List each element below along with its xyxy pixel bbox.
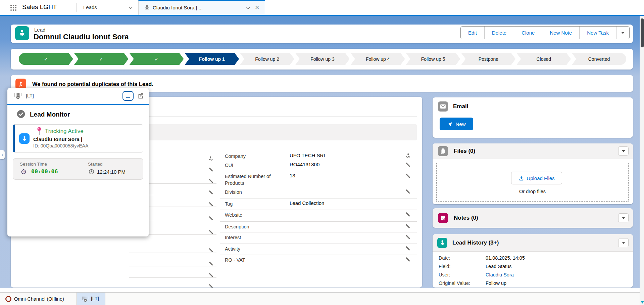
check-icon: ✓ <box>99 56 103 62</box>
path-stage-complete-2[interactable]: ✓ <box>74 53 129 65</box>
app-name: Sales LGHT <box>22 3 57 11</box>
pencil-icon[interactable] <box>208 189 214 195</box>
pencil-icon[interactable] <box>405 223 411 229</box>
detail-right-column: CompanyUFO TECH SRLCUIRO44131300Estimate… <box>220 151 417 267</box>
record-tab-close-icon[interactable]: × <box>255 3 259 11</box>
lt-utility-item[interactable]: [LT] <box>77 293 105 305</box>
pencil-icon[interactable] <box>208 229 214 235</box>
path-stage-follow-up-3[interactable]: Follow up 3 <box>295 53 350 65</box>
caret-down-icon <box>621 32 625 34</box>
person-edit-icon[interactable] <box>208 156 214 161</box>
field-label: Division <box>225 189 277 195</box>
path-stage-closed[interactable]: Closed <box>516 53 571 65</box>
pencil-icon[interactable] <box>208 178 214 184</box>
app-launcher-icon[interactable] <box>9 4 17 12</box>
delete-button[interactable]: Delete <box>485 27 514 39</box>
pencil-icon[interactable] <box>405 211 411 217</box>
pencil-icon[interactable] <box>405 188 411 194</box>
scrollbar-thumb[interactable] <box>641 18 644 47</box>
tracking-card: Tracking Active Claudiu Ionut Sora | ID:… <box>13 124 143 152</box>
pencil-icon[interactable] <box>208 272 214 278</box>
path-stage-follow-up-2[interactable]: Follow up 2 <box>240 53 294 65</box>
notes-card-title: Notes (0) <box>454 215 478 221</box>
history-label: User: <box>439 272 450 277</box>
path-stage-complete-1[interactable]: ✓ <box>19 53 73 65</box>
lead-history-dropdown-button[interactable] <box>618 238 629 247</box>
edit-button[interactable]: Edit <box>461 27 485 39</box>
lead-record-icon <box>144 4 150 11</box>
field-value: Lead Collection <box>290 200 324 206</box>
new-task-button[interactable]: New Task <box>580 27 616 39</box>
session-card: Session Time 00:00:06 Started 12:24:10 P… <box>13 158 143 180</box>
email-icon <box>438 101 448 112</box>
field-label: RO - VAT <box>225 257 277 263</box>
path-stage-complete-3[interactable]: ✓ <box>130 53 184 65</box>
nav-tab-leads[interactable]: Leads <box>83 4 97 10</box>
record-tab-chevron-down-icon[interactable] <box>245 5 251 11</box>
path-stage-postpone[interactable]: Postpone <box>461 53 516 65</box>
field-label: Website <box>225 212 277 218</box>
upload-files-button[interactable]: Upload Files <box>511 172 562 184</box>
pencil-icon[interactable] <box>405 245 411 251</box>
utility-bar: Omni-Channel (Offline) [LT] <box>0 292 644 305</box>
files-card: Files (0) Upload Files Or drop files <box>433 143 633 204</box>
pencil-icon[interactable] <box>208 261 214 266</box>
path-stage-follow-up-4[interactable]: Follow up 4 <box>351 53 405 65</box>
email-card: Email New <box>433 97 633 138</box>
pencil-icon[interactable] <box>208 215 214 221</box>
expand-panel-toggle[interactable]: › <box>0 150 5 159</box>
minimize-button[interactable] <box>122 91 134 101</box>
pencil-icon[interactable] <box>208 201 214 207</box>
lt-utility-icon <box>82 295 89 303</box>
lead-icon <box>18 29 27 38</box>
pencil-icon[interactable] <box>405 256 411 262</box>
notes-dropdown-button[interactable] <box>618 213 629 222</box>
check-icon: ✓ <box>44 56 48 62</box>
lead-history-icon <box>437 238 447 248</box>
lead-monitor-window-title: [LT] <box>26 93 34 98</box>
pop-out-icon[interactable] <box>137 92 144 99</box>
person-edit-icon[interactable] <box>405 152 411 159</box>
field-row-description: Description <box>220 222 417 232</box>
history-value-link[interactable]: Claudiu Sora <box>486 272 514 277</box>
field-row-company: CompanyUFO TECH SRL <box>220 151 417 160</box>
files-icon <box>438 146 448 156</box>
email-new-button[interactable]: New <box>440 118 473 130</box>
lead-monitor-titlebar: [LT] <box>7 88 149 105</box>
bottom-gap <box>0 288 644 292</box>
history-label: Original Value: <box>439 280 470 286</box>
clock-icon <box>88 169 95 175</box>
record-tab[interactable]: Claudiu Ionut Sora | ... × <box>138 0 265 15</box>
record-header-card: Lead Domnul Claudiu Ionut Sora EditDelet… <box>11 25 633 43</box>
more-actions-button[interactable] <box>616 27 629 39</box>
nav-tab-chevron-down-icon[interactable] <box>128 5 134 11</box>
sales-path: ✓✓✓Follow up 1Follow up 2Follow up 3Foll… <box>19 53 626 65</box>
pencil-icon[interactable] <box>208 283 214 288</box>
file-drop-zone[interactable]: Upload Files Or drop files <box>436 163 629 202</box>
path-stage-follow-up-5[interactable]: Follow up 5 <box>406 53 460 65</box>
field-label: Interest <box>225 234 277 241</box>
field-divider <box>129 277 216 278</box>
lead-monitor-popup: [LT] Lead Monitor Tracking Active Claudi… <box>7 88 149 236</box>
screen: Sales LGHT Leads Claudiu Ionut Sora | ..… <box>0 0 644 305</box>
new-note-button[interactable]: New Note <box>542 27 580 39</box>
files-dropdown-button[interactable] <box>618 146 629 156</box>
session-time-label: Session Time <box>20 162 47 167</box>
pencil-icon[interactable] <box>405 162 411 168</box>
history-label: Date: <box>439 255 450 261</box>
path-stage-converted[interactable]: Converted <box>572 53 626 65</box>
field-row-interest: Interest <box>220 232 417 244</box>
pencil-icon[interactable] <box>208 167 214 172</box>
field-label: Tag <box>225 201 277 207</box>
lead-monitor-heading: Lead Monitor <box>30 111 70 118</box>
check-circle-icon <box>16 110 26 119</box>
clone-button[interactable]: Clone <box>514 27 542 39</box>
omni-channel-item[interactable]: Omni-Channel (Offline) <box>14 296 64 302</box>
scroll-down-arrow[interactable] <box>641 301 644 304</box>
field-row-website: Website <box>220 210 417 222</box>
path-stage-follow-up-1[interactable]: Follow up 1 <box>185 53 239 65</box>
pencil-icon[interactable] <box>208 247 214 253</box>
pencil-icon[interactable] <box>405 173 411 179</box>
duplicate-alert-text: We found no potential duplicates of this… <box>32 81 153 87</box>
pencil-icon[interactable] <box>405 234 411 240</box>
